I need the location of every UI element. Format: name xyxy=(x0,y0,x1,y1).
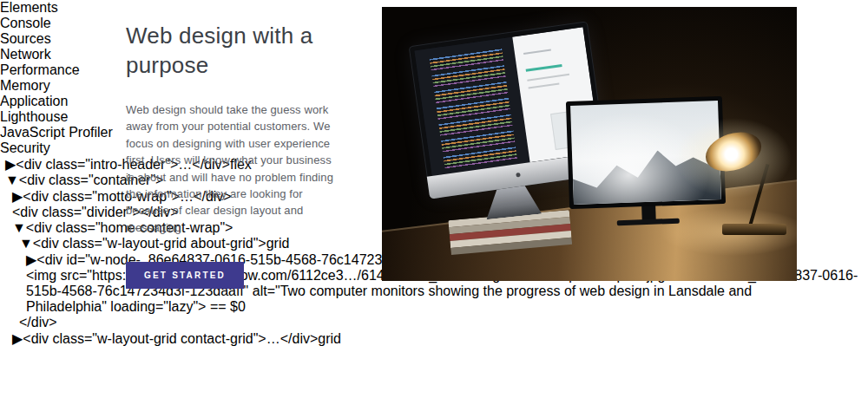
code-token: =" xyxy=(77,157,90,172)
disclosure-arrow-icon[interactable]: ▶ xyxy=(5,157,16,172)
code-token: src xyxy=(56,268,79,283)
code-token: <div xyxy=(26,220,52,235)
code-token: <div xyxy=(23,331,49,346)
code-token: loading xyxy=(107,299,155,314)
code-token: <div xyxy=(16,157,42,172)
code-editor-panel xyxy=(414,37,529,176)
code-token: </div> xyxy=(19,315,57,329)
code-token: class xyxy=(45,173,81,187)
disclosure-arrow-icon[interactable]: ▼ xyxy=(5,173,19,187)
code-token: Philadelphia xyxy=(26,299,102,314)
code-token: =" xyxy=(84,189,97,204)
disclosure-arrow-icon[interactable]: ▶ xyxy=(26,252,36,267)
disclosure-arrow-icon[interactable]: ▶ xyxy=(12,189,23,204)
code-token: lazy xyxy=(168,299,193,314)
code-token: <div xyxy=(33,236,59,251)
code-token: w-layout-grid contact-grid xyxy=(97,331,253,346)
code-token: class xyxy=(42,157,77,172)
code-token: <div xyxy=(36,252,62,267)
code-token: =" xyxy=(88,220,101,235)
code-token: =" xyxy=(84,331,97,346)
disclosure-arrow-icon[interactable]: ▼ xyxy=(12,220,26,235)
hero-paragraph: Web design should take the guess work aw… xyxy=(126,101,343,236)
code-token: <img xyxy=(26,268,56,283)
browser-viewport: Web design with a purpose Web design sho… xyxy=(0,0,868,398)
code-token: … xyxy=(266,331,280,346)
apple-logo xyxy=(516,173,521,178)
disclosure-arrow-icon[interactable]: ▼ xyxy=(19,236,33,251)
dom-tree-row[interactable]: </div> xyxy=(0,315,868,330)
code-token: =" xyxy=(77,252,90,267)
code-token: =" xyxy=(79,268,92,283)
code-token: class xyxy=(59,236,95,251)
preview-text-line xyxy=(527,74,569,82)
preview-text-line xyxy=(528,82,559,88)
code-token: "> xyxy=(193,299,206,314)
hero-text-column: Web design with a purpose Web design sho… xyxy=(126,21,358,289)
dom-tree-row[interactable]: ▶<div class="w-layout-grid contact-grid"… xyxy=(0,330,868,347)
disclosure-arrow-icon[interactable]: ▶ xyxy=(12,331,23,346)
code-token: "> xyxy=(253,331,266,346)
monitor-neck xyxy=(641,206,656,221)
code-token: =" xyxy=(95,236,108,251)
dom-tree-row[interactable]: Philadelphia" loading="lazy"> == $0 xyxy=(0,299,868,315)
get-started-button[interactable]: GET STARTED xyxy=(126,262,244,289)
code-token: <div xyxy=(12,205,38,219)
code-token: <div xyxy=(19,173,45,187)
code-token: divider xyxy=(87,205,128,219)
preview-accent-line xyxy=(525,64,562,72)
hero-image xyxy=(382,7,797,281)
code-token: <div xyxy=(23,189,49,204)
code-token: == $0 xyxy=(206,299,245,314)
code-lines xyxy=(429,46,517,169)
code-token: =" xyxy=(81,173,94,187)
code-token: class xyxy=(49,189,84,204)
code-token: =" xyxy=(155,299,168,314)
code-token: class xyxy=(49,331,84,346)
code-token: id xyxy=(62,252,77,267)
code-token: </div> xyxy=(280,331,319,346)
layout-badge-grid[interactable]: grid xyxy=(318,331,341,346)
code-token: class xyxy=(52,220,88,235)
lamp-base xyxy=(722,224,786,235)
page-title: Web design with a purpose xyxy=(126,21,358,80)
code-token: class xyxy=(38,205,74,219)
preview-text-line xyxy=(523,49,552,55)
code-token: =" xyxy=(74,205,87,219)
